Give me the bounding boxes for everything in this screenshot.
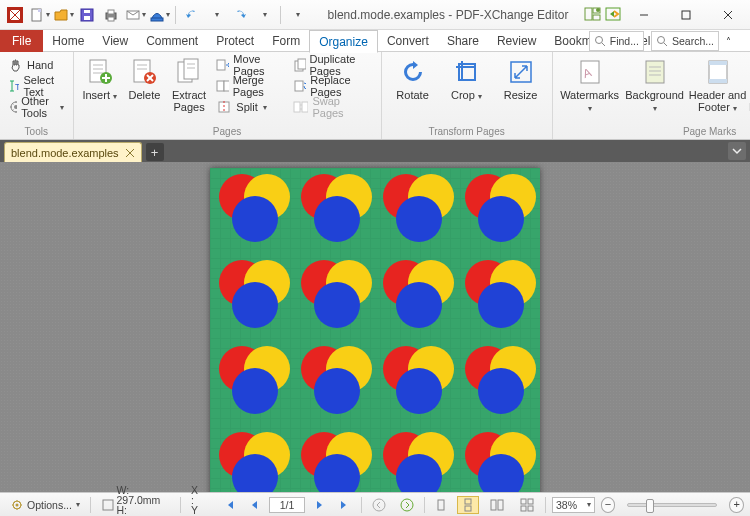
group-marks: AWatermarks ▾ Background ▾ Header and Fo…: [553, 52, 750, 139]
launch-app-button[interactable]: [604, 6, 622, 24]
svg-point-29: [14, 105, 17, 109]
extract-label: Extract Pages: [172, 89, 206, 113]
svg-line-21: [602, 43, 605, 46]
nav-back-button[interactable]: [368, 496, 390, 514]
tab-home[interactable]: Home: [43, 30, 93, 52]
separator: [361, 497, 362, 513]
svg-rect-56: [302, 102, 308, 112]
undo-history-button[interactable]: ▾: [205, 4, 227, 26]
select-text-button[interactable]: TSelect Text: [6, 76, 67, 96]
zoom-field[interactable]: 38%▾: [552, 497, 595, 513]
background-label: Background: [625, 89, 684, 101]
page-number-field[interactable]: 1/1: [269, 497, 306, 513]
watermarks-button[interactable]: AWatermarks ▾: [559, 55, 621, 115]
insert-pages-button[interactable]: Insert ▾: [80, 55, 121, 103]
next-page-button[interactable]: [311, 496, 329, 514]
email-button[interactable]: ▾: [124, 4, 146, 26]
layout-facing-cont-button[interactable]: [515, 496, 539, 514]
tab-organize[interactable]: Organize: [309, 30, 378, 53]
quick-access-toolbar: ▾ ▾ ▾ ▾ ▾ ▾ ▾: [0, 4, 312, 26]
zoom-value: 38%: [556, 499, 577, 511]
tab-close-icon[interactable]: [125, 148, 135, 158]
tab-review[interactable]: Review: [488, 30, 545, 52]
last-page-button[interactable]: [335, 496, 355, 514]
group-transform: Rotate Crop ▾ Resize Transform Pages: [382, 52, 553, 139]
replace-pages-button[interactable]: Replace Pages: [290, 76, 374, 96]
options-button[interactable]: Options...▾: [6, 496, 84, 514]
layout-single-button[interactable]: [431, 496, 451, 514]
tab-share[interactable]: Share: [438, 30, 488, 52]
extract-pages-button[interactable]: Extract Pages: [169, 55, 210, 113]
x-value: X :: [191, 485, 203, 505]
document-tab-label: blend.mode.examples: [11, 147, 119, 159]
zoom-slider[interactable]: [627, 503, 717, 507]
tab-file[interactable]: File: [0, 30, 43, 52]
maximize-button[interactable]: [666, 1, 706, 29]
new-tab-button[interactable]: +: [146, 143, 164, 161]
group-pages-label: Pages: [80, 126, 375, 139]
redo-button[interactable]: [229, 4, 251, 26]
delete-pages-button[interactable]: Delete: [124, 55, 165, 101]
save-button[interactable]: [76, 4, 98, 26]
svg-rect-48: [217, 81, 224, 91]
close-button[interactable]: [708, 1, 748, 29]
background-button[interactable]: Background ▾: [625, 55, 685, 115]
svg-rect-86: [521, 499, 526, 504]
redo-history-button[interactable]: ▾: [253, 4, 275, 26]
tab-convert[interactable]: Convert: [378, 30, 438, 52]
ui-options-button[interactable]: [584, 6, 602, 24]
rotate-button[interactable]: Rotate: [388, 55, 438, 101]
find-box[interactable]: Find...: [589, 31, 644, 51]
zoom-in-button[interactable]: +: [729, 497, 744, 513]
document-viewport[interactable]: [0, 162, 750, 492]
tab-view[interactable]: View: [93, 30, 137, 52]
svg-rect-69: [709, 79, 727, 83]
prev-page-button[interactable]: [245, 496, 263, 514]
delete-icon: [129, 57, 159, 87]
ribbon: Hand TSelect Text Other Tools▾ Tools Ins…: [0, 52, 750, 140]
print-button[interactable]: [100, 4, 122, 26]
minimize-button[interactable]: [624, 1, 664, 29]
zoom-out-button[interactable]: −: [601, 497, 616, 513]
tab-protect[interactable]: Protect: [207, 30, 263, 52]
header-footer-button[interactable]: Header and Footer ▾: [689, 55, 747, 115]
nav-forward-button[interactable]: [396, 496, 418, 514]
other-tools-button[interactable]: Other Tools▾: [6, 97, 67, 117]
search-box[interactable]: Search...: [651, 31, 719, 51]
watermarks-label: Watermarks: [560, 89, 619, 101]
page-canvas: [210, 168, 540, 492]
first-page-button[interactable]: [219, 496, 239, 514]
resize-label: Resize: [504, 89, 538, 101]
app-logo-icon[interactable]: [4, 4, 26, 26]
split-pages-button[interactable]: Split▾: [213, 97, 286, 117]
hand-tool-button[interactable]: Hand: [6, 55, 67, 75]
y-value: Y :: [191, 505, 203, 517]
separator: [280, 6, 281, 24]
extract-icon: [174, 57, 204, 87]
merge-pages-button[interactable]: Merge Pages: [213, 76, 286, 96]
document-tab[interactable]: blend.mode.examples: [4, 142, 142, 162]
undo-button[interactable]: [181, 4, 203, 26]
layout-facing-button[interactable]: [485, 496, 509, 514]
svg-rect-82: [465, 499, 471, 504]
tab-form[interactable]: Form: [263, 30, 309, 52]
height-value: H: 420.0mm: [117, 505, 171, 517]
svg-rect-78: [103, 500, 113, 510]
crop-button[interactable]: Crop ▾: [442, 55, 492, 103]
move-pages-button[interactable]: Move Pages: [213, 55, 286, 75]
page-number-value: 1/1: [280, 499, 295, 511]
swap-pages-button[interactable]: Swap Pages: [290, 97, 374, 117]
svg-rect-89: [528, 506, 533, 511]
expand-panel-button[interactable]: [728, 142, 746, 160]
layout-continuous-button[interactable]: [457, 496, 479, 514]
new-doc-button[interactable]: ▾: [28, 4, 50, 26]
duplicate-pages-button[interactable]: Duplicate Pages: [290, 55, 374, 75]
zoom-slider-thumb[interactable]: [646, 499, 654, 513]
open-button[interactable]: ▾: [52, 4, 74, 26]
ribbon-right-area: Find... Search... ˄: [589, 31, 744, 51]
tab-comment[interactable]: Comment: [137, 30, 207, 52]
resize-button[interactable]: Resize: [496, 55, 546, 101]
scan-button[interactable]: ▾: [148, 4, 170, 26]
ribbon-minimize-button[interactable]: ˄: [726, 35, 744, 47]
qat-customize-button[interactable]: ▾: [286, 4, 308, 26]
